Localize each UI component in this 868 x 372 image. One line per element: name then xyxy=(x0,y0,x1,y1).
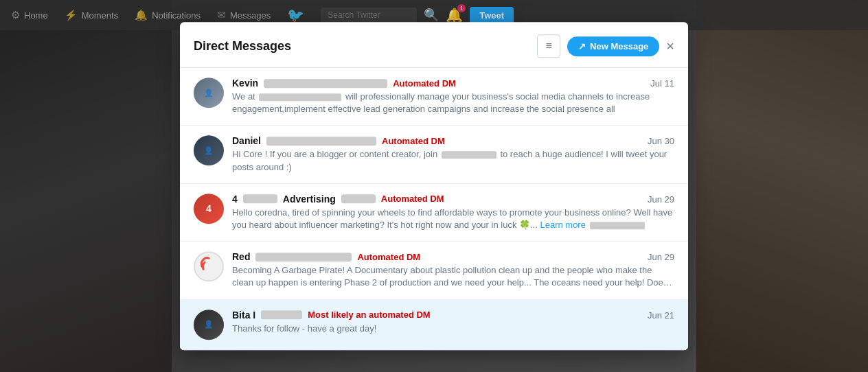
notification-bell[interactable]: 🔔1 xyxy=(446,7,463,23)
message-top-bita: Bita I Most likely an automated DM Jun 2… xyxy=(232,310,674,321)
blur-adv-name xyxy=(243,195,277,204)
tweet-button[interactable]: Tweet xyxy=(470,7,514,24)
home-icon: ⚙ xyxy=(11,9,20,21)
message-top-kevin: Kevin Automated DM Jul 11 xyxy=(232,78,674,89)
nav-home-label: Home xyxy=(24,10,48,21)
message-preview-kevin: We at will professionally manage your bu… xyxy=(232,91,674,115)
message-preview-red: Becoming A Garbage Pirate! A Documentary… xyxy=(232,264,674,289)
notification-count: 1 xyxy=(457,4,466,12)
message-item-daniel[interactable]: 👤 Daniel Automated DM Jun 30 Hi Core ! I… xyxy=(180,126,688,184)
message-date-advertising: Jun 29 xyxy=(648,194,674,205)
message-content-bita: Bita I Most likely an automated DM Jun 2… xyxy=(232,310,674,335)
sender-name-bita: Bita I xyxy=(232,310,255,321)
message-content-kevin: Kevin Automated DM Jul 11 We at will pro… xyxy=(232,78,674,115)
automated-badge-daniel: Automated DM xyxy=(382,136,445,146)
sender-row-daniel: Daniel Automated DM xyxy=(232,136,445,147)
sender-row-red: Red Automated DM xyxy=(232,251,420,262)
sender-handle-red xyxy=(255,253,352,261)
message-date-daniel: Jun 30 xyxy=(648,137,674,147)
avatar-kevin: 👤 xyxy=(194,78,224,108)
search-icon[interactable]: 🔍 xyxy=(424,8,439,23)
new-message-label: New Message xyxy=(590,41,648,51)
blur-adv-link xyxy=(590,222,645,229)
message-content-red: Red Automated DM Jun 29 Becoming A Garba… xyxy=(232,251,674,289)
modal-header: Direct Messages ≡ ↗ New Message × xyxy=(180,22,688,68)
message-preview-advertising: Hello coredna, tired of spinning your wh… xyxy=(232,207,674,231)
message-date-bita: Jun 21 xyxy=(648,310,674,321)
automated-badge-red: Automated DM xyxy=(357,252,420,262)
nav-moments[interactable]: ⚡ Moments xyxy=(65,9,118,21)
avatar-daniel: 👤 xyxy=(194,136,224,166)
sender-handle-advertising xyxy=(341,195,376,204)
sender-name-advertising: 4 xyxy=(232,194,238,205)
sender-name-kevin: Kevin xyxy=(232,78,258,89)
nav-messages[interactable]: ✉ Messages xyxy=(217,9,271,21)
message-content-daniel: Daniel Automated DM Jun 30 Hi Core ! If … xyxy=(232,136,674,174)
message-item-bita[interactable]: 👤 Bita I Most likely an automated DM Jun… xyxy=(180,300,688,350)
message-item-advertising[interactable]: 4 4 Advertising Automated DM Jun 29 Hell… xyxy=(180,184,688,242)
message-preview-bita: Thanks for follow - have a great day! xyxy=(232,323,674,335)
avatar-red xyxy=(194,251,224,281)
message-list: 👤 Kevin Automated DM Jul 11 We at will p… xyxy=(180,68,688,350)
nav-moments-label: Moments xyxy=(82,10,118,21)
red-logo-icon xyxy=(196,254,221,279)
new-message-button[interactable]: ↗ New Message xyxy=(567,36,659,56)
sender-row-advertising: 4 Advertising Automated DM xyxy=(232,194,444,205)
message-date-red: Jun 29 xyxy=(648,252,674,262)
modal-title: Direct Messages xyxy=(194,39,291,54)
moments-icon: ⚡ xyxy=(65,9,78,21)
compose-icon: ↗ xyxy=(578,41,586,51)
modal-header-actions: ≡ ↗ New Message × xyxy=(537,34,674,58)
nav-right: 🔍 🔔1 Tweet xyxy=(321,7,514,24)
sender-handle-daniel xyxy=(266,137,376,146)
nav-home[interactable]: ⚙ Home xyxy=(11,9,48,21)
nav-messages-label: Messages xyxy=(230,10,271,21)
message-item-red[interactable]: Red Automated DM Jun 29 Becoming A Garba… xyxy=(180,242,688,299)
learn-more-link[interactable]: Learn more xyxy=(540,220,585,230)
message-top-advertising: 4 Advertising Automated DM Jun 29 xyxy=(232,194,674,205)
message-item-kevin[interactable]: 👤 Kevin Automated DM Jul 11 We at will p… xyxy=(180,68,688,126)
message-content-advertising: 4 Advertising Automated DM Jun 29 Hello … xyxy=(232,194,674,231)
sender-handle-bita xyxy=(261,310,302,319)
sender-row-kevin: Kevin Automated DM xyxy=(232,78,456,89)
avatar-advertising: 4 xyxy=(194,194,224,224)
sender-name-advertising2: Advertising xyxy=(283,194,336,205)
twitter-logo: 🐦 xyxy=(287,7,304,23)
direct-messages-modal: Direct Messages ≡ ↗ New Message × 👤 Kevi… xyxy=(180,22,688,350)
filter-button[interactable]: ≡ xyxy=(537,34,560,58)
messages-icon: ✉ xyxy=(217,9,226,21)
message-top-daniel: Daniel Automated DM Jun 30 xyxy=(232,136,674,147)
likely-badge-bita: Most likely an automated DM xyxy=(308,310,430,320)
nav-notifications-label: Notifications xyxy=(152,10,201,21)
message-top-red: Red Automated DM Jun 29 xyxy=(232,251,674,262)
blur-kevin-company xyxy=(259,93,341,101)
avatar-bita: 👤 xyxy=(194,310,224,340)
close-button[interactable]: × xyxy=(666,39,674,53)
notifications-icon: 🔔 xyxy=(135,9,148,21)
message-date-kevin: Jul 11 xyxy=(650,78,674,89)
automated-badge-advertising: Automated DM xyxy=(381,194,444,205)
nav-notifications[interactable]: 🔔 Notifications xyxy=(135,9,201,21)
search-input[interactable] xyxy=(321,8,417,23)
sender-handle-kevin xyxy=(264,79,387,88)
sender-row-bita: Bita I Most likely an automated DM xyxy=(232,310,431,321)
blur-daniel-platform xyxy=(442,152,496,159)
sender-name-red: Red xyxy=(232,251,250,262)
sender-name-daniel: Daniel xyxy=(232,136,261,147)
automated-badge-kevin: Automated DM xyxy=(393,78,456,89)
message-preview-daniel: Hi Core ! If you are a blogger or conten… xyxy=(232,149,674,174)
